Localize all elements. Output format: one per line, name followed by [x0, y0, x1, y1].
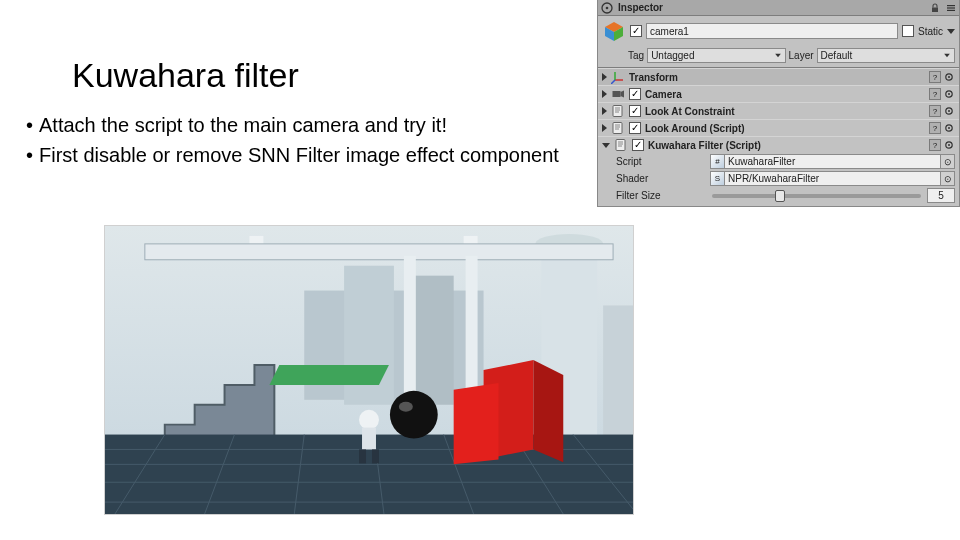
- bullet-list: • Attach the script to the main camera a…: [24, 112, 559, 172]
- help-icon[interactable]: ?: [929, 71, 941, 83]
- lock-icon[interactable]: [929, 2, 941, 14]
- component-label: Camera: [645, 89, 925, 100]
- component-label: Transform: [629, 72, 925, 83]
- component-enabled-checkbox[interactable]: [629, 88, 641, 100]
- shader-file-icon: S: [711, 172, 725, 186]
- script-object-field[interactable]: # KuwaharaFilter ⊙: [710, 154, 955, 169]
- component-enabled-checkbox[interactable]: [632, 139, 644, 151]
- svg-point-65: [948, 127, 950, 129]
- filter-size-input[interactable]: 5: [927, 188, 955, 203]
- svg-point-32: [359, 410, 379, 430]
- component-look-around[interactable]: Look Around (Script) ?: [598, 119, 959, 136]
- gear-icon[interactable]: [943, 88, 955, 100]
- static-dropdown-icon[interactable]: [947, 29, 955, 34]
- filter-size-value: 5: [938, 190, 944, 201]
- svg-point-37: [606, 6, 609, 9]
- svg-rect-11: [464, 236, 478, 244]
- active-checkbox[interactable]: [630, 25, 642, 37]
- gear-icon[interactable]: [943, 139, 955, 151]
- object-picker-icon[interactable]: ⊙: [940, 172, 954, 185]
- tag-label: Tag: [628, 50, 644, 61]
- chevron-down-icon: [944, 54, 950, 58]
- svg-point-31: [399, 402, 413, 412]
- tag-value: Untagged: [651, 50, 694, 61]
- object-picker-icon[interactable]: ⊙: [940, 155, 954, 168]
- svg-rect-66: [616, 140, 625, 151]
- help-icon[interactable]: ?: [929, 88, 941, 100]
- gear-icon[interactable]: [943, 71, 955, 83]
- svg-rect-54: [613, 106, 622, 117]
- svg-rect-6: [603, 305, 633, 454]
- object-name-input[interactable]: camera1: [646, 23, 898, 39]
- chevron-down-icon: [775, 54, 781, 58]
- foldout-icon[interactable]: [602, 124, 607, 132]
- help-icon[interactable]: ?: [929, 105, 941, 117]
- svg-rect-38: [932, 7, 938, 12]
- bullet-dot: •: [24, 142, 33, 168]
- component-look-at-constraint[interactable]: Look At Constraint ?: [598, 102, 959, 119]
- static-label: Static: [918, 26, 943, 37]
- script-icon: [611, 121, 625, 135]
- svg-rect-50: [613, 91, 621, 97]
- foldout-icon[interactable]: [602, 73, 607, 81]
- transform-icon: [611, 70, 625, 84]
- static-checkbox[interactable]: [902, 25, 914, 37]
- camera-icon: [611, 87, 625, 101]
- layer-label: Layer: [789, 50, 814, 61]
- svg-rect-33: [362, 428, 376, 450]
- inspector-panel: Inspector camera1 Static: [597, 0, 960, 207]
- foldout-icon[interactable]: [602, 90, 607, 98]
- svg-rect-14: [466, 256, 478, 395]
- panel-menu-icon[interactable]: [945, 2, 957, 14]
- inspector-titlebar[interactable]: Inspector: [598, 0, 959, 16]
- object-name-text: camera1: [650, 26, 689, 37]
- script-file-icon: #: [711, 155, 725, 169]
- bullet-text: Attach the script to the main camera and…: [39, 112, 447, 138]
- property-filter-size: Filter Size 5: [598, 187, 959, 206]
- foldout-icon[interactable]: [602, 107, 607, 115]
- bullet-dot: •: [24, 112, 33, 138]
- shader-object-field[interactable]: S NPR/KuwaharaFilter ⊙: [710, 171, 955, 186]
- property-shader: Shader S NPR/KuwaharaFilter ⊙: [598, 170, 959, 187]
- property-label: Shader: [616, 173, 706, 184]
- component-label: Kuwahara Filter (Script): [648, 140, 925, 151]
- slider-thumb[interactable]: [775, 190, 785, 202]
- component-camera[interactable]: Camera ?: [598, 85, 959, 102]
- layer-value: Default: [821, 50, 853, 61]
- bullet-text: First disable or remove SNN Filter image…: [39, 142, 559, 168]
- inspector-tab-label: Inspector: [618, 2, 663, 13]
- script-value: KuwaharaFilter: [725, 156, 940, 167]
- gameobject-cube-icon[interactable]: [602, 19, 626, 43]
- tag-dropdown[interactable]: Untagged: [647, 48, 785, 63]
- game-view-screenshot: [104, 225, 634, 515]
- component-transform[interactable]: Transform ?: [598, 68, 959, 85]
- svg-rect-12: [145, 244, 613, 260]
- component-enabled-checkbox[interactable]: [629, 122, 641, 134]
- component-enabled-checkbox[interactable]: [629, 105, 641, 117]
- property-label: Script: [616, 156, 706, 167]
- svg-point-49: [948, 76, 950, 78]
- property-label: Filter Size: [616, 190, 706, 201]
- layer-dropdown[interactable]: Default: [817, 48, 955, 63]
- component-label: Look At Constraint: [645, 106, 925, 117]
- help-icon[interactable]: ?: [929, 122, 941, 134]
- component-kuwahara-filter[interactable]: Kuwahara Filter (Script) ?: [598, 136, 959, 153]
- property-script: Script # KuwaharaFilter ⊙: [598, 153, 959, 170]
- svg-rect-39: [947, 5, 955, 6]
- svg-marker-9: [269, 365, 389, 385]
- svg-rect-3: [414, 276, 454, 405]
- gameobject-header: camera1 Static: [598, 16, 959, 46]
- filter-size-slider[interactable]: [712, 194, 921, 198]
- svg-rect-10: [249, 236, 263, 244]
- svg-marker-51: [621, 91, 625, 98]
- svg-rect-34: [359, 449, 366, 463]
- gear-icon[interactable]: [943, 122, 955, 134]
- gear-icon[interactable]: [943, 105, 955, 117]
- svg-point-71: [948, 144, 950, 146]
- slide-title: Kuwahara filter: [72, 56, 299, 95]
- svg-rect-41: [947, 9, 955, 10]
- foldout-icon[interactable]: [602, 143, 610, 148]
- svg-point-59: [948, 110, 950, 112]
- help-icon[interactable]: ?: [929, 139, 941, 151]
- svg-point-30: [390, 391, 438, 439]
